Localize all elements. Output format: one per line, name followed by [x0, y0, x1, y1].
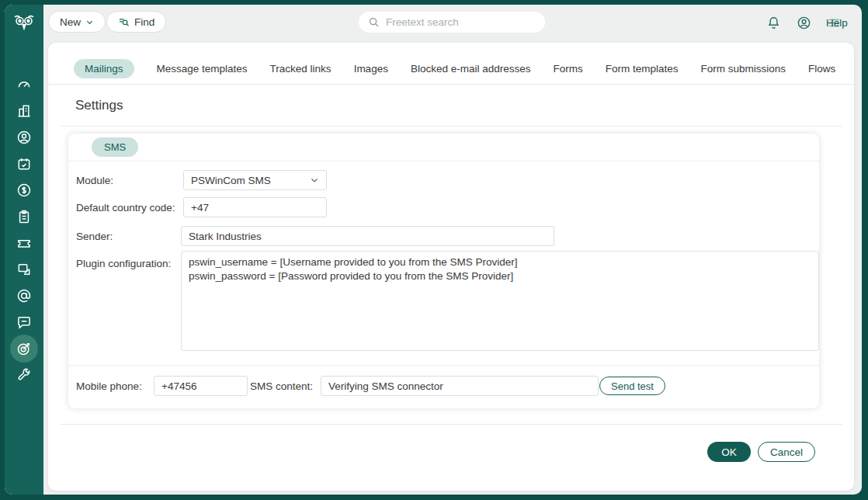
tab-flows[interactable]: Flows [808, 59, 835, 78]
tab-message-templates[interactable]: Message templates [157, 59, 248, 78]
find-button-label: Find [134, 16, 155, 28]
main-panel: Mailings Message templates Tracked links… [48, 43, 854, 491]
ticket-icon [16, 235, 32, 251]
calendar-icon [16, 156, 32, 172]
tab-tracked-links[interactable]: Tracked links [270, 59, 332, 78]
topbar: New Find Help [43, 5, 862, 43]
default-country-code-input[interactable] [183, 197, 327, 217]
send-test-button[interactable]: Send test [599, 377, 665, 395]
sidebar-item-calendar[interactable] [5, 155, 43, 172]
sidebar-item-tickets[interactable] [5, 234, 43, 251]
chat-icon [16, 314, 32, 330]
sidebar-item-contacts[interactable] [5, 129, 43, 145]
notifications-bell-icon[interactable] [766, 16, 781, 30]
card-divider [68, 365, 819, 366]
tab-forms[interactable]: Forms [553, 59, 582, 78]
sidebar-item-marketing[interactable] [5, 340, 43, 356]
sender-input[interactable] [181, 226, 554, 246]
sidebar [5, 5, 43, 495]
find-button[interactable]: Find [106, 11, 166, 33]
plugin-configuration-label: Plugin configuration: [76, 258, 171, 269]
owl-logo-icon [5, 5, 43, 43]
sidebar-nav [5, 43, 43, 383]
tab-form-submissions[interactable]: Form submissions [701, 59, 786, 78]
account-icon[interactable] [797, 16, 811, 30]
target-icon [16, 341, 32, 356]
sidebar-item-finance[interactable] [5, 182, 43, 198]
sidebar-item-companies[interactable] [5, 102, 43, 119]
dashboard-icon [16, 77, 32, 92]
company-icon [16, 103, 32, 119]
at-icon [16, 288, 32, 304]
sender-label: Sender: [76, 231, 113, 242]
footer-divider [61, 424, 842, 425]
sms-content-input[interactable] [321, 376, 599, 396]
contact-icon [16, 130, 32, 145]
mobile-phone-input[interactable] [154, 376, 248, 396]
tab-sms[interactable]: SMS [92, 137, 138, 157]
chevron-down-icon [85, 18, 94, 26]
tab-blocked-email-addresses[interactable]: Blocked e-mail addresses [411, 59, 531, 78]
new-button[interactable]: New [48, 11, 106, 33]
cancel-button[interactable]: Cancel [758, 442, 815, 462]
filter-search-icon [118, 16, 130, 28]
freetext-search [359, 12, 545, 33]
mobile-phone-label: Mobile phone: [76, 380, 142, 392]
plugin-configuration-textarea[interactable]: pswin_username = [Username provided to y… [181, 251, 819, 351]
sms-content-label: SMS content: [250, 380, 313, 392]
sidebar-item-pages[interactable] [5, 261, 43, 277]
wrench-icon [16, 367, 32, 383]
page-header: Settings [61, 85, 842, 127]
tab-form-templates[interactable]: Form templates [606, 59, 679, 78]
dollar-icon [16, 182, 32, 198]
sms-card-tabbar: SMS [68, 134, 819, 161]
chevron-down-icon [310, 175, 319, 185]
app-window: New Find Help Mailings Message templates… [5, 5, 862, 495]
search-icon [368, 16, 380, 28]
tab-mailings[interactable]: Mailings [74, 59, 134, 78]
sidebar-item-email-marketing[interactable] [5, 287, 43, 304]
new-button-label: New [60, 16, 81, 28]
sidebar-item-tools[interactable] [5, 366, 43, 383]
module-select[interactable]: PSWinCom SMS [183, 170, 327, 190]
pages-icon [16, 262, 32, 277]
sidebar-item-chat[interactable] [5, 314, 43, 330]
tab-images[interactable]: Images [354, 59, 388, 78]
page-title: Settings [75, 98, 123, 113]
module-select-value: PSWinCom SMS [191, 175, 271, 186]
search-input[interactable] [386, 16, 536, 28]
tab-bar: Mailings Message templates Tracked links… [48, 43, 854, 85]
module-label: Module: [76, 175, 113, 186]
clipboard-icon [16, 209, 32, 224]
sidebar-item-tasks[interactable] [5, 208, 43, 224]
help-link[interactable]: Help [826, 17, 848, 29]
default-country-code-label: Default country code: [76, 202, 175, 214]
ok-button[interactable]: OK [707, 442, 751, 462]
sidebar-item-dashboard[interactable] [5, 76, 43, 92]
sms-settings-card: SMS Module: PSWinCom SMS Default country… [68, 134, 819, 408]
